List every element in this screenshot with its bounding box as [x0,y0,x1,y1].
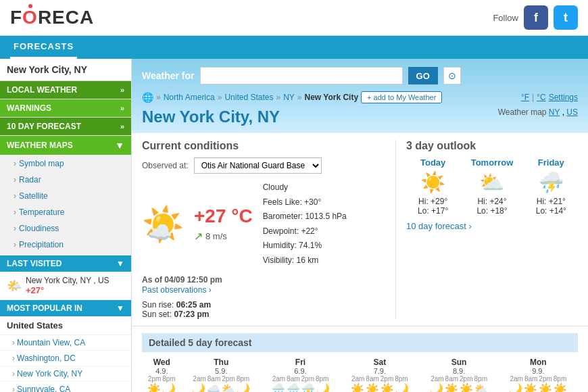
weather-map-row: Weather map NY , US [498,107,578,117]
most-popular-header: MOST POPULAR IN ▼ [0,300,131,316]
weather-map-ny[interactable]: NY [549,107,560,117]
today-hi: Hi: +29° [406,197,460,206]
breadcrumb-united-states[interactable]: United States [224,93,273,102]
facebook-button[interactable]: f [524,5,548,30]
content-top: Weather for GO ⊙ 🌐 » North America » Uni… [132,59,588,133]
tomorrow-label[interactable]: Tomorrow [465,157,518,168]
globe-icon: 🌐 [142,92,153,103]
forecast-mon: Mon 9.9. 2am8am2pm8pm 🌙☀️☀️☀️ [499,358,578,392]
most-popular-item[interactable]: Sunnyvale, CA [0,382,131,392]
outlook-day-today: Today ☀️ Hi: +29° Lo: +17° [406,157,460,216]
weather-for-label: Weather for [142,70,195,81]
city-title-row: New York City, NY Weather map NY , US [142,107,578,126]
add-to-weather-button[interactable]: + add to My Weather [361,91,442,103]
two-col-section: Current conditions Observed at: Otis Air… [132,133,588,326]
main-layout: New York City, NY LOCAL WEATHER » WARNIN… [0,59,588,392]
current-conditions-col: Current conditions Observed at: Otis Air… [142,140,395,319]
settings-link[interactable]: Settings [549,93,578,102]
last-visited-item[interactable]: 🌤️ New York City, NY , US +27° [0,272,131,300]
breadcrumb-north-america[interactable]: North America [164,93,215,102]
conditions-main: ☀️☁️ +27 °C ↗ 8 m/s Cloudy Feels Like: +… [142,180,395,268]
temperature-display: +27 °C [194,205,253,227]
sidebar-symbol-map[interactable]: Symbol map [0,155,131,172]
sidebar-city-title: New York City, NY [0,59,131,81]
last-visited-city: New York City, NY , US [26,276,109,285]
forecast-wed: Wed 4.9. 2pm8pm ☀️🌙 [142,358,182,392]
weather-map-us[interactable]: US [566,107,578,117]
ten-day-link[interactable]: 10 day forecast › [406,221,578,231]
breadcrumb-ny[interactable]: NY [283,93,295,102]
most-popular-country: United States [0,316,131,335]
weather-icon-large: ☀️☁️ [142,205,184,244]
celsius-unit[interactable]: °C [537,93,545,102]
fahrenheit-unit[interactable]: °F [521,93,529,102]
breadcrumb-row: 🌐 » North America » United States » NY »… [142,91,578,103]
outlook-day-tomorrow: Tomorrow ⛅ Hi: +24° Lo: +18° [465,157,518,216]
friday-label[interactable]: Friday [524,157,578,168]
social-area: Follow f t [493,5,578,30]
tomorrow-lo: Lo: +18° [465,206,518,216]
observed-label: Observed at: [142,161,189,170]
wind-speed: 8 m/s [205,231,227,241]
sidebar-temperature[interactable]: Temperature [0,204,131,220]
sidebar-precipitation[interactable]: Precipitation [0,237,131,253]
nav-bar: FORECASTS [0,36,588,59]
sidebar-cloudiness[interactable]: Cloudiness [0,220,131,237]
sidebar-local-weather[interactable]: LOCAL WEATHER » [0,81,131,99]
forecasts-nav[interactable]: FORECASTS [10,36,77,59]
today-lo: Lo: +17° [406,206,460,216]
friday-icon: ⛈️ [524,170,578,194]
follow-label: Follow [493,13,518,23]
wind-arrow-icon: ↗ [194,230,203,243]
outlook-title: 3 day outlook [406,140,578,152]
today-icon: ☀️ [406,170,460,194]
sunrise-sunset: Sun rise: 06:25 am Sun set: 07:23 pm [142,300,395,319]
sidebar-warnings[interactable]: WARNINGS » [0,99,131,117]
search-input[interactable] [200,67,403,84]
station-select[interactable]: Otis Air National Guard Base [194,157,322,174]
five-day-section: Detailed 5 day forecast Wed 4.9. 2pm8pm … [132,326,588,392]
most-popular-item[interactable]: Mountain View, CA [0,335,131,351]
tomorrow-hi: Hi: +24° [465,197,518,206]
city-title: New York City, NY [142,107,280,126]
sidebar-satellite[interactable]: Satellite [0,188,131,204]
unit-settings: °F | °C Settings [521,93,578,102]
outlook-col: 3 day outlook Today ☀️ Hi: +29° Lo: +17°… [395,140,578,319]
temp-wind: +27 °C ↗ 8 m/s [194,205,253,243]
friday-hi: Hi: +21° [524,197,578,206]
most-popular-item[interactable]: New York City, NY [0,366,131,382]
location-button[interactable]: ⊙ [443,67,461,84]
observed-row: Observed at: Otis Air National Guard Bas… [142,157,395,174]
conditions-detail: Cloudy Feels Like: +30° Barometer: 1013.… [263,180,347,268]
barometer: Barometer: 1013.5 hPa [263,210,347,224]
visibility: Visibility: 16 km [263,253,347,268]
twitter-button[interactable]: t [554,5,578,30]
humidity: Humidity: 74.1% [263,239,347,253]
forecast-sat: Sat 7.9. 2am8am2pm8pm ☀️☀️☀️🌙 [340,358,419,392]
sidebar-weather-maps[interactable]: WEATHER MAPS ▼ [0,136,131,155]
last-visited-temp: +27° [26,285,109,295]
forecast-sun: Sun 8.9. 2am8am2pm8pm 🌙☀️☀️⛅ [419,358,498,392]
content-area: Weather for GO ⊙ 🌐 » North America » Uni… [132,59,588,392]
current-conditions-title: Current conditions [142,140,395,152]
sidebar-10day[interactable]: 10 DAY FORECAST » [0,118,131,135]
go-button[interactable]: GO [408,67,438,84]
feels-like: Feels Like: +30° [263,195,347,210]
logo[interactable]: FORECA [10,7,94,28]
wind-display: ↗ 8 m/s [194,230,253,243]
weather-map-label: Weather map [498,107,547,117]
header: FORECA Follow f t [0,0,588,36]
past-observations-link[interactable]: Past observations › [142,285,212,295]
forecast-fri: Fri 6.9. 2am8am2pm8pm 🌧️🌧️⛈️🌙 [261,358,340,392]
today-label[interactable]: Today [406,157,460,168]
five-day-title: Detailed 5 day forecast [142,333,578,352]
sidebar: New York City, NY LOCAL WEATHER » WARNIN… [0,59,132,392]
breadcrumb-city: New York City [305,93,359,102]
forecast-days: Wed 4.9. 2pm8pm ☀️🌙 Thu 5.9. 2am8am2pm8p… [142,358,578,392]
most-popular-item[interactable]: Washington, DC [0,351,131,366]
breadcrumb: 🌐 » North America » United States » NY »… [142,91,442,103]
last-visited-header: LAST VISITED ▼ [0,255,131,272]
sidebar-radar[interactable]: Radar [0,172,131,188]
outlook-days: Today ☀️ Hi: +29° Lo: +17° Tomorrow ⛅ Hi… [406,157,578,216]
weather-for-row: Weather for GO ⊙ [142,67,578,84]
